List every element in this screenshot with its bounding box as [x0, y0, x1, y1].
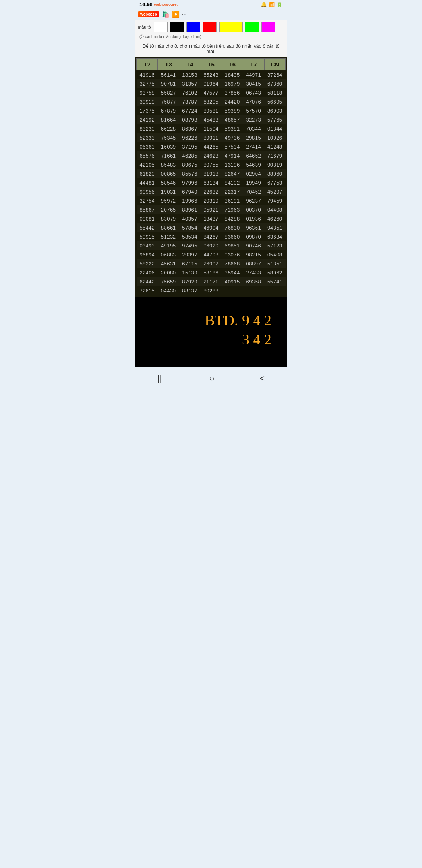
- table-cell[interactable]: 41248: [264, 142, 285, 151]
- table-cell[interactable]: 79459: [264, 196, 285, 205]
- table-cell[interactable]: 52333: [137, 133, 158, 142]
- table-cell[interactable]: 63634: [264, 232, 285, 241]
- table-cell[interactable]: 20080: [158, 268, 179, 277]
- table-cell[interactable]: 06920: [200, 241, 222, 250]
- table-cell[interactable]: 76102: [179, 88, 200, 97]
- table-cell[interactable]: 58118: [264, 88, 285, 97]
- table-cell[interactable]: 49195: [158, 241, 179, 250]
- table-cell[interactable]: 49736: [222, 133, 243, 142]
- table-cell[interactable]: 41916: [137, 70, 158, 80]
- table-cell[interactable]: 97495: [179, 241, 200, 250]
- table-cell[interactable]: 06363: [137, 142, 158, 151]
- table-cell[interactable]: 67753: [264, 178, 285, 187]
- table-cell[interactable]: 45631: [158, 259, 179, 268]
- table-cell[interactable]: 64652: [243, 151, 264, 160]
- swatch-black[interactable]: [170, 22, 184, 32]
- table-cell[interactable]: 13437: [200, 214, 222, 223]
- table-cell[interactable]: 47577: [200, 88, 222, 97]
- table-cell[interactable]: 08897: [243, 259, 264, 268]
- table-cell[interactable]: 58062: [264, 268, 285, 277]
- table-cell[interactable]: 81918: [200, 169, 222, 178]
- header-t5[interactable]: T5: [200, 59, 222, 70]
- table-cell[interactable]: 83079: [158, 214, 179, 223]
- table-cell[interactable]: 89675: [179, 160, 200, 169]
- table-cell[interactable]: 83230: [137, 124, 158, 133]
- table-cell[interactable]: 97996: [179, 178, 200, 187]
- table-cell[interactable]: 27433: [243, 268, 264, 277]
- table-cell[interactable]: 00081: [137, 214, 158, 223]
- table-cell[interactable]: 96361: [243, 223, 264, 232]
- table-cell[interactable]: 19949: [243, 178, 264, 187]
- table-cell[interactable]: 62442: [137, 277, 158, 286]
- table-cell[interactable]: 68205: [200, 97, 222, 106]
- table-cell[interactable]: 85483: [158, 160, 179, 169]
- table-cell[interactable]: 67360: [264, 79, 285, 88]
- table-cell[interactable]: 19031: [158, 187, 179, 196]
- table-cell[interactable]: 20765: [158, 205, 179, 214]
- table-cell[interactable]: 56141: [158, 70, 179, 80]
- table-cell[interactable]: 59381: [222, 124, 243, 133]
- table-cell[interactable]: 08798: [179, 115, 200, 124]
- table-cell[interactable]: 96237: [243, 196, 264, 205]
- swatch-blue[interactable]: [186, 22, 200, 32]
- menu-button[interactable]: |||: [157, 373, 164, 384]
- table-cell[interactable]: 04408: [264, 205, 285, 214]
- table-cell[interactable]: 01936: [243, 214, 264, 223]
- table-cell[interactable]: 11504: [200, 124, 222, 133]
- table-cell[interactable]: 00370: [243, 205, 264, 214]
- table-cell[interactable]: 21171: [200, 277, 222, 286]
- table-cell[interactable]: 63134: [200, 178, 222, 187]
- table-cell[interactable]: [222, 286, 243, 295]
- table-cell[interactable]: 85576: [179, 169, 200, 178]
- table-cell[interactable]: 81664: [158, 115, 179, 124]
- header-t3[interactable]: T3: [158, 59, 179, 70]
- table-cell[interactable]: 96894: [137, 250, 158, 259]
- table-cell[interactable]: 24192: [137, 115, 158, 124]
- swatch-red[interactable]: [203, 22, 217, 32]
- table-cell[interactable]: 86367: [179, 124, 200, 133]
- table-cell[interactable]: 32775: [137, 79, 158, 88]
- table-cell[interactable]: 71679: [264, 151, 285, 160]
- table-cell[interactable]: 90781: [158, 79, 179, 88]
- table-cell[interactable]: 13196: [222, 160, 243, 169]
- table-cell[interactable]: 30415: [243, 79, 264, 88]
- table-cell[interactable]: 96226: [179, 133, 200, 142]
- table-cell[interactable]: 29397: [179, 250, 200, 259]
- table-cell[interactable]: 45297: [264, 187, 285, 196]
- table-cell[interactable]: 54639: [243, 160, 264, 169]
- table-cell[interactable]: 95972: [158, 196, 179, 205]
- table-cell[interactable]: 09870: [243, 232, 264, 241]
- table-cell[interactable]: 47076: [243, 97, 264, 106]
- table-cell[interactable]: 90819: [264, 160, 285, 169]
- table-cell[interactable]: 88137: [179, 286, 200, 295]
- table-cell[interactable]: 26902: [200, 259, 222, 268]
- table-cell[interactable]: 22317: [222, 187, 243, 196]
- table-cell[interactable]: 51351: [264, 259, 285, 268]
- table-cell[interactable]: 89581: [200, 106, 222, 115]
- header-t4[interactable]: T4: [179, 59, 200, 70]
- table-cell[interactable]: 58534: [179, 232, 200, 241]
- table-cell[interactable]: 29815: [243, 133, 264, 142]
- table-cell[interactable]: 67724: [179, 106, 200, 115]
- table-cell[interactable]: 32273: [243, 115, 264, 124]
- table-cell[interactable]: 01844: [264, 124, 285, 133]
- table-cell[interactable]: 39919: [137, 97, 158, 106]
- table-cell[interactable]: 31357: [179, 79, 200, 88]
- table-cell[interactable]: 04430: [158, 286, 179, 295]
- table-cell[interactable]: 75877: [158, 97, 179, 106]
- swatch-yellow[interactable]: [219, 22, 243, 32]
- table-cell[interactable]: 37856: [222, 88, 243, 97]
- table-cell[interactable]: 90956: [137, 187, 158, 196]
- table-cell[interactable]: 46260: [264, 214, 285, 223]
- swatch-white[interactable]: [154, 22, 168, 32]
- table-cell[interactable]: 40915: [222, 277, 243, 286]
- table-cell[interactable]: 57123: [264, 241, 285, 250]
- table-cell[interactable]: 06883: [158, 250, 179, 259]
- table-cell[interactable]: 18435: [222, 70, 243, 80]
- table-cell[interactable]: 03493: [137, 241, 158, 250]
- table-cell[interactable]: 58186: [200, 268, 222, 277]
- table-cell[interactable]: 71963: [222, 205, 243, 214]
- table-cell[interactable]: 57765: [264, 115, 285, 124]
- table-cell[interactable]: 80755: [200, 160, 222, 169]
- table-cell[interactable]: 27414: [243, 142, 264, 151]
